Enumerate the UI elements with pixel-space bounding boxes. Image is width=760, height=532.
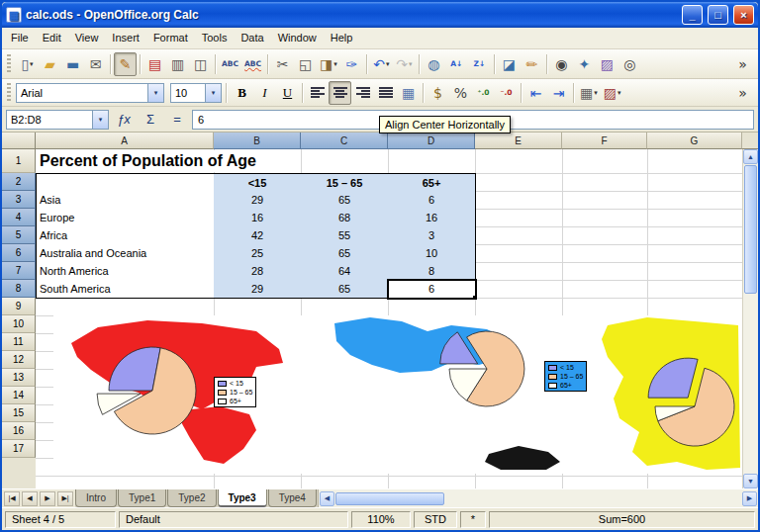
cell-region-south-america[interactable]: South America <box>36 280 215 299</box>
sheet-tab-intro[interactable]: Intro <box>75 489 117 507</box>
sheet-tab-type1[interactable]: Type1 <box>118 489 166 507</box>
sheet-tab-type2[interactable]: Type2 <box>167 489 216 507</box>
sort-descending-button[interactable]: Z↓ <box>468 52 491 76</box>
cell-value-5-1[interactable]: 65 <box>301 280 389 299</box>
name-box[interactable]: B2:D8 ▾ <box>6 110 109 130</box>
row-header-1[interactable]: 1 <box>2 149 36 173</box>
cell-value-1-0[interactable]: 16 <box>214 209 302 227</box>
population-map-chart[interactable]: < 15 15 – 65 65+ < 15 15 – 65 65+ <box>53 315 742 474</box>
cell-value-4-1[interactable]: 64 <box>301 262 389 281</box>
cell-value-3-1[interactable]: 65 <box>301 244 389 263</box>
redo-button[interactable]: ↷▾ <box>393 52 416 76</box>
menu-item-file[interactable]: File <box>4 29 36 47</box>
align-right-button[interactable] <box>351 81 374 105</box>
row-header-7[interactable]: 7 <box>2 262 36 280</box>
cell-value-4-0[interactable]: 28 <box>214 262 302 281</box>
cut-button[interactable]: ✂ <box>271 52 294 76</box>
fill-handle[interactable] <box>473 296 477 300</box>
previous-sheet-button[interactable]: ◀ <box>22 491 38 506</box>
function-button[interactable]: = <box>165 110 189 130</box>
row-header-9[interactable]: 9 <box>2 298 36 315</box>
align-left-button[interactable] <box>306 81 329 105</box>
cell-value-0-1[interactable]: 65 <box>301 191 389 210</box>
column-header-g[interactable]: G <box>647 133 742 149</box>
new-document-button[interactable]: ▯▾ <box>16 52 39 76</box>
sheet-tab-type3[interactable]: Type3 <box>218 489 267 507</box>
function-wizard-button[interactable]: ƒx <box>112 110 136 130</box>
row-header-15[interactable]: 15 <box>2 404 36 422</box>
cell-value-3-0[interactable]: 25 <box>214 244 302 263</box>
menu-item-insert[interactable]: Insert <box>105 29 146 47</box>
row-header-17[interactable]: 17 <box>2 440 36 458</box>
column-header-d[interactable]: D <box>388 133 475 149</box>
last-sheet-button[interactable]: ▶| <box>57 491 73 506</box>
cell-value-1-2[interactable]: 16 <box>388 209 476 227</box>
delete-decimal-button[interactable]: ⁻.0 <box>495 81 518 105</box>
row-header-12[interactable]: 12 <box>2 351 36 369</box>
bold-button[interactable]: B <box>231 81 253 105</box>
row-header-14[interactable]: 14 <box>2 387 36 404</box>
name-box-dropdown-button[interactable]: ▾ <box>92 111 108 129</box>
column-header-f[interactable]: F <box>562 133 647 149</box>
cell-value-0-2[interactable]: 6 <box>388 191 476 210</box>
navigator-button[interactable]: ✦ <box>573 52 596 76</box>
find-replace-button[interactable]: ◉ <box>550 52 573 76</box>
scroll-right-button[interactable]: ▶ <box>742 491 757 506</box>
sheet-title-cell[interactable]: Percent of Population of Age <box>38 150 262 172</box>
undo-button[interactable]: ↶▾ <box>370 52 393 76</box>
menu-item-tools[interactable]: Tools <box>195 29 235 47</box>
scroll-track[interactable] <box>743 295 758 474</box>
maximize-button[interactable]: □ <box>708 5 728 25</box>
align-center-button[interactable] <box>329 81 351 105</box>
cell-region-australia-and-oceania[interactable]: Australia and Oceania <box>36 244 215 263</box>
table-header-cell-0[interactable]: <15 <box>214 173 302 192</box>
export-pdf-button[interactable]: ▤ <box>143 52 166 76</box>
status-selection-mode[interactable]: STD <box>414 511 457 528</box>
row-header-3[interactable]: 3 <box>2 191 36 209</box>
cell-value-0-0[interactable]: 29 <box>214 191 302 210</box>
row-header-4[interactable]: 4 <box>2 209 36 226</box>
add-decimal-button[interactable]: ⁺.0 <box>472 81 495 105</box>
first-sheet-button[interactable]: |◀ <box>4 491 20 506</box>
sheet-tab-type4[interactable]: Type4 <box>268 489 317 507</box>
italic-button[interactable]: I <box>253 81 276 105</box>
cell-value-5-0[interactable]: 29 <box>214 280 302 299</box>
scroll-up-button[interactable]: ▲ <box>743 149 758 164</box>
cell-region-north-america[interactable]: North America <box>36 262 215 281</box>
menu-item-window[interactable]: Window <box>271 29 324 47</box>
column-header-a[interactable]: A <box>36 133 214 149</box>
row-header-5[interactable]: 5 <box>2 226 36 244</box>
save-button[interactable]: ▬ <box>61 52 84 76</box>
email-button[interactable]: ✉ <box>84 52 107 76</box>
title-bar[interactable]: ▦ calc.ods - OpenOffice.org Calc _ □ × <box>2 2 758 28</box>
percent-format-button[interactable]: % <box>449 81 472 105</box>
scroll-down-button[interactable]: ▼ <box>743 474 758 488</box>
minimize-button[interactable]: _ <box>682 5 703 25</box>
cell-value-3-2[interactable]: 10 <box>388 244 476 263</box>
row-header-8[interactable]: 8 <box>2 280 36 298</box>
open-button[interactable]: ▰ <box>39 52 61 76</box>
column-header-c[interactable]: C <box>301 133 388 149</box>
cell-value-1-1[interactable]: 68 <box>301 209 389 227</box>
select-all-corner[interactable] <box>2 133 36 149</box>
increase-indent-button[interactable]: ⇥ <box>547 81 570 105</box>
insert-chart-button[interactable]: ◪ <box>498 52 521 76</box>
zoom-button[interactable]: ◎ <box>618 52 641 76</box>
cell-region-europe[interactable]: Europe <box>36 209 215 227</box>
font-name-combo[interactable]: Arial ▾ <box>16 83 164 103</box>
toolbar-handle[interactable] <box>7 54 11 74</box>
gallery-button[interactable]: ▨ <box>596 52 618 76</box>
sort-ascending-button[interactable]: A↓ <box>445 52 468 76</box>
table-header-cell-1[interactable]: 15 – 65 <box>301 173 389 192</box>
background-color-button[interactable]: ▨▾ <box>601 81 624 105</box>
row-header-16[interactable]: 16 <box>2 422 36 440</box>
active-cell-cursor[interactable] <box>387 279 477 300</box>
menu-item-help[interactable]: Help <box>324 29 360 47</box>
cell-region-africa[interactable]: Africa <box>36 226 215 245</box>
toolbar-handle[interactable] <box>7 83 11 103</box>
menu-item-edit[interactable]: Edit <box>36 29 68 47</box>
vertical-scroll-thumb[interactable] <box>744 165 757 294</box>
menu-item-format[interactable]: Format <box>146 29 195 47</box>
close-button[interactable]: × <box>733 5 754 25</box>
borders-button[interactable]: ▦▾ <box>577 81 601 105</box>
